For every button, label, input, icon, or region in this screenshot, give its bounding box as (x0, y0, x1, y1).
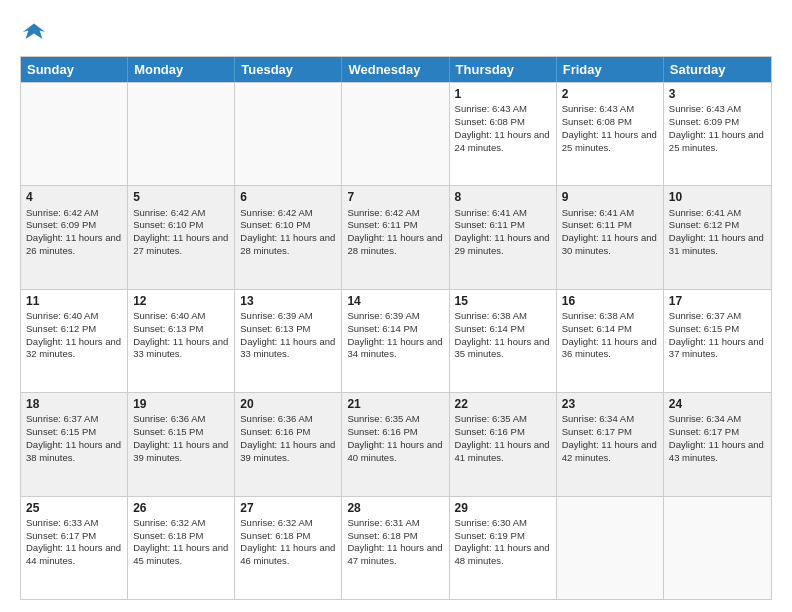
day-number: 16 (562, 293, 658, 309)
day-number: 19 (133, 396, 229, 412)
calendar-body: 1Sunrise: 6:43 AM Sunset: 6:08 PM Daylig… (21, 82, 771, 599)
day-number: 13 (240, 293, 336, 309)
calendar-cell (21, 83, 128, 185)
calendar-cell: 6Sunrise: 6:42 AM Sunset: 6:10 PM Daylig… (235, 186, 342, 288)
logo-bird-icon (20, 18, 48, 46)
cal-header-cell: Tuesday (235, 57, 342, 82)
day-info: Sunrise: 6:41 AM Sunset: 6:12 PM Dayligh… (669, 207, 764, 256)
day-info: Sunrise: 6:37 AM Sunset: 6:15 PM Dayligh… (26, 413, 121, 462)
day-info: Sunrise: 6:32 AM Sunset: 6:18 PM Dayligh… (240, 517, 335, 566)
day-number: 24 (669, 396, 766, 412)
calendar-cell (342, 83, 449, 185)
day-info: Sunrise: 6:40 AM Sunset: 6:13 PM Dayligh… (133, 310, 228, 359)
calendar-cell: 17Sunrise: 6:37 AM Sunset: 6:15 PM Dayli… (664, 290, 771, 392)
calendar-header-row: SundayMondayTuesdayWednesdayThursdayFrid… (21, 57, 771, 82)
day-info: Sunrise: 6:35 AM Sunset: 6:16 PM Dayligh… (347, 413, 442, 462)
cal-header-cell: Sunday (21, 57, 128, 82)
day-number: 7 (347, 189, 443, 205)
calendar-cell: 16Sunrise: 6:38 AM Sunset: 6:14 PM Dayli… (557, 290, 664, 392)
day-number: 4 (26, 189, 122, 205)
calendar-cell: 10Sunrise: 6:41 AM Sunset: 6:12 PM Dayli… (664, 186, 771, 288)
day-number: 22 (455, 396, 551, 412)
calendar-cell (128, 83, 235, 185)
calendar-cell: 14Sunrise: 6:39 AM Sunset: 6:14 PM Dayli… (342, 290, 449, 392)
logo (20, 18, 52, 46)
calendar-cell: 15Sunrise: 6:38 AM Sunset: 6:14 PM Dayli… (450, 290, 557, 392)
calendar-cell (664, 497, 771, 599)
calendar-cell: 11Sunrise: 6:40 AM Sunset: 6:12 PM Dayli… (21, 290, 128, 392)
calendar-cell: 13Sunrise: 6:39 AM Sunset: 6:13 PM Dayli… (235, 290, 342, 392)
calendar-cell: 25Sunrise: 6:33 AM Sunset: 6:17 PM Dayli… (21, 497, 128, 599)
day-info: Sunrise: 6:36 AM Sunset: 6:15 PM Dayligh… (133, 413, 228, 462)
day-info: Sunrise: 6:34 AM Sunset: 6:17 PM Dayligh… (562, 413, 657, 462)
calendar-cell: 28Sunrise: 6:31 AM Sunset: 6:18 PM Dayli… (342, 497, 449, 599)
day-number: 1 (455, 86, 551, 102)
day-number: 25 (26, 500, 122, 516)
day-info: Sunrise: 6:37 AM Sunset: 6:15 PM Dayligh… (669, 310, 764, 359)
day-info: Sunrise: 6:39 AM Sunset: 6:14 PM Dayligh… (347, 310, 442, 359)
day-info: Sunrise: 6:42 AM Sunset: 6:11 PM Dayligh… (347, 207, 442, 256)
day-number: 26 (133, 500, 229, 516)
calendar-cell: 26Sunrise: 6:32 AM Sunset: 6:18 PM Dayli… (128, 497, 235, 599)
calendar-row: 4Sunrise: 6:42 AM Sunset: 6:09 PM Daylig… (21, 185, 771, 288)
calendar-cell: 18Sunrise: 6:37 AM Sunset: 6:15 PM Dayli… (21, 393, 128, 495)
calendar-cell: 12Sunrise: 6:40 AM Sunset: 6:13 PM Dayli… (128, 290, 235, 392)
day-info: Sunrise: 6:32 AM Sunset: 6:18 PM Dayligh… (133, 517, 228, 566)
day-info: Sunrise: 6:42 AM Sunset: 6:09 PM Dayligh… (26, 207, 121, 256)
day-number: 17 (669, 293, 766, 309)
day-info: Sunrise: 6:43 AM Sunset: 6:08 PM Dayligh… (455, 103, 550, 152)
calendar-cell: 29Sunrise: 6:30 AM Sunset: 6:19 PM Dayli… (450, 497, 557, 599)
day-info: Sunrise: 6:30 AM Sunset: 6:19 PM Dayligh… (455, 517, 550, 566)
day-info: Sunrise: 6:35 AM Sunset: 6:16 PM Dayligh… (455, 413, 550, 462)
day-info: Sunrise: 6:42 AM Sunset: 6:10 PM Dayligh… (240, 207, 335, 256)
calendar-cell: 9Sunrise: 6:41 AM Sunset: 6:11 PM Daylig… (557, 186, 664, 288)
day-info: Sunrise: 6:34 AM Sunset: 6:17 PM Dayligh… (669, 413, 764, 462)
day-info: Sunrise: 6:31 AM Sunset: 6:18 PM Dayligh… (347, 517, 442, 566)
day-number: 12 (133, 293, 229, 309)
calendar-cell: 1Sunrise: 6:43 AM Sunset: 6:08 PM Daylig… (450, 83, 557, 185)
day-info: Sunrise: 6:33 AM Sunset: 6:17 PM Dayligh… (26, 517, 121, 566)
day-info: Sunrise: 6:38 AM Sunset: 6:14 PM Dayligh… (455, 310, 550, 359)
calendar-row: 18Sunrise: 6:37 AM Sunset: 6:15 PM Dayli… (21, 392, 771, 495)
day-info: Sunrise: 6:40 AM Sunset: 6:12 PM Dayligh… (26, 310, 121, 359)
svg-marker-0 (23, 24, 45, 39)
day-info: Sunrise: 6:42 AM Sunset: 6:10 PM Dayligh… (133, 207, 228, 256)
calendar-row: 1Sunrise: 6:43 AM Sunset: 6:08 PM Daylig… (21, 82, 771, 185)
calendar-cell: 19Sunrise: 6:36 AM Sunset: 6:15 PM Dayli… (128, 393, 235, 495)
day-number: 11 (26, 293, 122, 309)
day-number: 8 (455, 189, 551, 205)
cal-header-cell: Saturday (664, 57, 771, 82)
calendar-cell: 4Sunrise: 6:42 AM Sunset: 6:09 PM Daylig… (21, 186, 128, 288)
calendar-cell: 5Sunrise: 6:42 AM Sunset: 6:10 PM Daylig… (128, 186, 235, 288)
day-number: 3 (669, 86, 766, 102)
day-number: 15 (455, 293, 551, 309)
calendar-cell: 8Sunrise: 6:41 AM Sunset: 6:11 PM Daylig… (450, 186, 557, 288)
calendar-cell: 24Sunrise: 6:34 AM Sunset: 6:17 PM Dayli… (664, 393, 771, 495)
calendar-cell: 3Sunrise: 6:43 AM Sunset: 6:09 PM Daylig… (664, 83, 771, 185)
day-number: 21 (347, 396, 443, 412)
cal-header-cell: Friday (557, 57, 664, 82)
day-info: Sunrise: 6:38 AM Sunset: 6:14 PM Dayligh… (562, 310, 657, 359)
day-info: Sunrise: 6:41 AM Sunset: 6:11 PM Dayligh… (455, 207, 550, 256)
calendar-cell (557, 497, 664, 599)
day-number: 14 (347, 293, 443, 309)
day-number: 6 (240, 189, 336, 205)
day-info: Sunrise: 6:43 AM Sunset: 6:08 PM Dayligh… (562, 103, 657, 152)
day-number: 5 (133, 189, 229, 205)
day-info: Sunrise: 6:39 AM Sunset: 6:13 PM Dayligh… (240, 310, 335, 359)
day-info: Sunrise: 6:43 AM Sunset: 6:09 PM Dayligh… (669, 103, 764, 152)
calendar-cell: 23Sunrise: 6:34 AM Sunset: 6:17 PM Dayli… (557, 393, 664, 495)
day-number: 29 (455, 500, 551, 516)
calendar-row: 25Sunrise: 6:33 AM Sunset: 6:17 PM Dayli… (21, 496, 771, 599)
header (20, 18, 772, 46)
day-number: 23 (562, 396, 658, 412)
calendar-cell: 7Sunrise: 6:42 AM Sunset: 6:11 PM Daylig… (342, 186, 449, 288)
page: SundayMondayTuesdayWednesdayThursdayFrid… (0, 0, 792, 612)
day-number: 2 (562, 86, 658, 102)
calendar: SundayMondayTuesdayWednesdayThursdayFrid… (20, 56, 772, 600)
day-number: 18 (26, 396, 122, 412)
calendar-cell: 21Sunrise: 6:35 AM Sunset: 6:16 PM Dayli… (342, 393, 449, 495)
day-number: 27 (240, 500, 336, 516)
day-number: 28 (347, 500, 443, 516)
calendar-cell: 20Sunrise: 6:36 AM Sunset: 6:16 PM Dayli… (235, 393, 342, 495)
